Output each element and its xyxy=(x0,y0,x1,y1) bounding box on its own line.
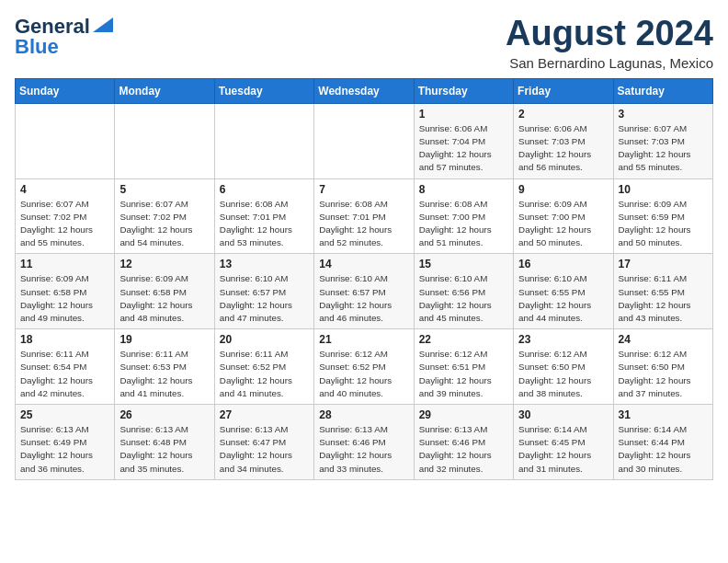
day-info: Sunrise: 6:06 AM Sunset: 7:04 PM Dayligh… xyxy=(419,122,508,175)
day-info: Sunrise: 6:13 AM Sunset: 6:47 PM Dayligh… xyxy=(220,423,309,476)
day-info: Sunrise: 6:13 AM Sunset: 6:49 PM Dayligh… xyxy=(20,423,109,476)
day-info: Sunrise: 6:09 AM Sunset: 7:00 PM Dayligh… xyxy=(518,198,608,250)
day-number: 3 xyxy=(619,108,708,121)
calendar-cell: 6Sunrise: 6:08 AM Sunset: 7:01 PM Daylig… xyxy=(214,178,313,254)
calendar-cell: 12Sunrise: 6:09 AM Sunset: 6:58 PM Dayli… xyxy=(115,254,214,329)
calendar-header: SundayMondayTuesdayWednesdayThursdayFrid… xyxy=(16,78,713,103)
day-number: 22 xyxy=(419,333,508,346)
day-number: 6 xyxy=(220,183,309,196)
calendar-cell: 13Sunrise: 6:10 AM Sunset: 6:57 PM Dayli… xyxy=(214,254,313,329)
day-number: 29 xyxy=(419,408,508,421)
day-info: Sunrise: 6:08 AM Sunset: 7:01 PM Dayligh… xyxy=(319,198,408,250)
day-info: Sunrise: 6:14 AM Sunset: 6:44 PM Dayligh… xyxy=(619,423,708,476)
calendar-cell xyxy=(16,103,115,178)
calendar-cell: 10Sunrise: 6:09 AM Sunset: 6:59 PM Dayli… xyxy=(613,178,712,254)
calendar-cell: 28Sunrise: 6:13 AM Sunset: 6:46 PM Dayli… xyxy=(314,405,414,480)
calendar-cell: 5Sunrise: 6:07 AM Sunset: 7:02 PM Daylig… xyxy=(115,178,214,254)
day-number: 9 xyxy=(518,183,608,196)
logo-icon xyxy=(93,17,113,32)
day-info: Sunrise: 6:12 AM Sunset: 6:50 PM Dayligh… xyxy=(518,348,608,400)
calendar-cell: 19Sunrise: 6:11 AM Sunset: 6:53 PM Dayli… xyxy=(115,329,214,405)
calendar-cell: 29Sunrise: 6:13 AM Sunset: 6:46 PM Dayli… xyxy=(414,405,513,480)
calendar-cell: 26Sunrise: 6:13 AM Sunset: 6:48 PM Dayli… xyxy=(115,405,214,480)
day-info: Sunrise: 6:13 AM Sunset: 6:48 PM Dayligh… xyxy=(119,423,209,476)
day-number: 5 xyxy=(119,183,209,196)
day-info: Sunrise: 6:11 AM Sunset: 6:53 PM Dayligh… xyxy=(119,348,209,400)
calendar-cell xyxy=(314,103,414,178)
calendar-cell: 15Sunrise: 6:10 AM Sunset: 6:56 PM Dayli… xyxy=(414,254,513,329)
calendar-cell: 2Sunrise: 6:06 AM Sunset: 7:03 PM Daylig… xyxy=(514,103,613,178)
day-number: 8 xyxy=(419,183,508,196)
weekday-header-tuesday: Tuesday xyxy=(214,78,313,103)
day-number: 4 xyxy=(20,183,109,196)
location-subtitle: San Bernardino Lagunas, Mexico xyxy=(506,55,713,71)
calendar-cell: 1Sunrise: 6:06 AM Sunset: 7:04 PM Daylig… xyxy=(414,103,513,178)
day-number: 11 xyxy=(20,258,109,270)
calendar-cell: 18Sunrise: 6:11 AM Sunset: 6:54 PM Dayli… xyxy=(16,329,115,405)
weekday-header-wednesday: Wednesday xyxy=(314,78,414,103)
calendar-cell xyxy=(214,103,313,178)
day-number: 20 xyxy=(220,333,309,346)
calendar-cell: 24Sunrise: 6:12 AM Sunset: 6:50 PM Dayli… xyxy=(613,329,712,405)
day-number: 30 xyxy=(518,408,608,421)
weekday-header-monday: Monday xyxy=(115,78,214,103)
calendar-cell: 17Sunrise: 6:11 AM Sunset: 6:55 PM Dayli… xyxy=(613,254,712,329)
day-info: Sunrise: 6:07 AM Sunset: 7:02 PM Dayligh… xyxy=(20,198,109,250)
calendar-cell: 9Sunrise: 6:09 AM Sunset: 7:00 PM Daylig… xyxy=(514,178,613,254)
calendar-table: SundayMondayTuesdayWednesdayThursdayFrid… xyxy=(15,78,713,480)
logo-blue-text: Blue xyxy=(15,35,59,59)
day-info: Sunrise: 6:11 AM Sunset: 6:52 PM Dayligh… xyxy=(220,348,309,400)
weekday-header-friday: Friday xyxy=(514,78,613,103)
weekday-row: SundayMondayTuesdayWednesdayThursdayFrid… xyxy=(16,78,713,103)
title-area: August 2024 San Bernardino Lagunas, Mexi… xyxy=(506,15,713,71)
calendar-cell: 14Sunrise: 6:10 AM Sunset: 6:57 PM Dayli… xyxy=(314,254,414,329)
weekday-header-thursday: Thursday xyxy=(414,78,513,103)
day-number: 19 xyxy=(119,333,209,346)
day-info: Sunrise: 6:11 AM Sunset: 6:55 PM Dayligh… xyxy=(619,272,708,325)
day-number: 25 xyxy=(20,408,109,421)
day-number: 26 xyxy=(119,408,209,421)
day-info: Sunrise: 6:08 AM Sunset: 7:00 PM Dayligh… xyxy=(419,198,508,250)
calendar-cell: 8Sunrise: 6:08 AM Sunset: 7:00 PM Daylig… xyxy=(414,178,513,254)
day-number: 28 xyxy=(319,408,408,421)
day-info: Sunrise: 6:09 AM Sunset: 6:59 PM Dayligh… xyxy=(619,198,708,250)
day-number: 27 xyxy=(220,408,309,421)
calendar-week-3: 11Sunrise: 6:09 AM Sunset: 6:58 PM Dayli… xyxy=(16,254,713,329)
day-info: Sunrise: 6:10 AM Sunset: 6:57 PM Dayligh… xyxy=(220,272,309,325)
calendar-week-1: 1Sunrise: 6:06 AM Sunset: 7:04 PM Daylig… xyxy=(16,103,713,178)
day-number: 17 xyxy=(619,258,708,270)
weekday-header-sunday: Sunday xyxy=(16,78,115,103)
page-header: General Blue August 2024 San Bernardino … xyxy=(15,15,713,71)
calendar-cell: 23Sunrise: 6:12 AM Sunset: 6:50 PM Dayli… xyxy=(514,329,613,405)
day-number: 2 xyxy=(518,108,608,121)
day-info: Sunrise: 6:13 AM Sunset: 6:46 PM Dayligh… xyxy=(319,423,408,476)
calendar-cell: 31Sunrise: 6:14 AM Sunset: 6:44 PM Dayli… xyxy=(613,405,712,480)
day-number: 23 xyxy=(518,333,608,346)
day-info: Sunrise: 6:11 AM Sunset: 6:54 PM Dayligh… xyxy=(20,348,109,400)
calendar-cell: 22Sunrise: 6:12 AM Sunset: 6:51 PM Dayli… xyxy=(414,329,513,405)
calendar-cell: 30Sunrise: 6:14 AM Sunset: 6:45 PM Dayli… xyxy=(514,405,613,480)
day-info: Sunrise: 6:10 AM Sunset: 6:56 PM Dayligh… xyxy=(419,272,508,325)
day-info: Sunrise: 6:13 AM Sunset: 6:46 PM Dayligh… xyxy=(419,423,508,476)
calendar-cell: 4Sunrise: 6:07 AM Sunset: 7:02 PM Daylig… xyxy=(16,178,115,254)
calendar-cell: 20Sunrise: 6:11 AM Sunset: 6:52 PM Dayli… xyxy=(214,329,313,405)
weekday-header-saturday: Saturday xyxy=(613,78,712,103)
month-title: August 2024 xyxy=(506,15,713,53)
calendar-week-2: 4Sunrise: 6:07 AM Sunset: 7:02 PM Daylig… xyxy=(16,178,713,254)
calendar-cell: 25Sunrise: 6:13 AM Sunset: 6:49 PM Dayli… xyxy=(16,405,115,480)
calendar-cell: 7Sunrise: 6:08 AM Sunset: 7:01 PM Daylig… xyxy=(314,178,414,254)
day-info: Sunrise: 6:10 AM Sunset: 6:57 PM Dayligh… xyxy=(319,272,408,325)
day-info: Sunrise: 6:12 AM Sunset: 6:52 PM Dayligh… xyxy=(319,348,408,400)
day-number: 15 xyxy=(419,258,508,270)
calendar-week-5: 25Sunrise: 6:13 AM Sunset: 6:49 PM Dayli… xyxy=(16,405,713,480)
day-number: 14 xyxy=(319,258,408,270)
day-info: Sunrise: 6:07 AM Sunset: 7:03 PM Dayligh… xyxy=(619,122,708,175)
day-info: Sunrise: 6:12 AM Sunset: 6:51 PM Dayligh… xyxy=(419,348,508,400)
day-number: 7 xyxy=(319,183,408,196)
day-number: 13 xyxy=(220,258,309,270)
calendar-cell: 16Sunrise: 6:10 AM Sunset: 6:55 PM Dayli… xyxy=(514,254,613,329)
calendar-cell: 11Sunrise: 6:09 AM Sunset: 6:58 PM Dayli… xyxy=(16,254,115,329)
day-info: Sunrise: 6:06 AM Sunset: 7:03 PM Dayligh… xyxy=(518,122,608,175)
day-info: Sunrise: 6:10 AM Sunset: 6:55 PM Dayligh… xyxy=(518,272,608,325)
day-info: Sunrise: 6:09 AM Sunset: 6:58 PM Dayligh… xyxy=(20,272,109,325)
